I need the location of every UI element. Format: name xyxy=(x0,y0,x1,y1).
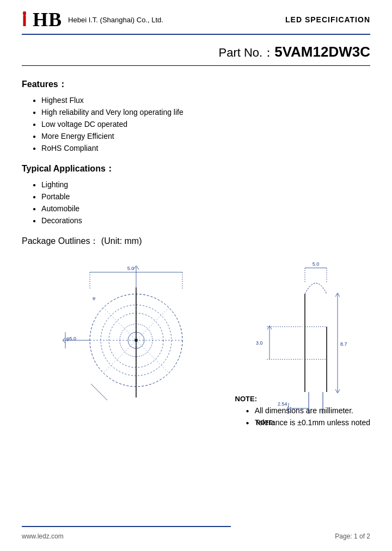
list-item: Lighting xyxy=(33,180,370,189)
applications-list: Lighting Portable Automobile Decorations xyxy=(22,180,370,225)
list-item: Tolerance is ±0.1mm unless noted xyxy=(246,418,370,427)
footer-content: www.ledz.com Page: 1 of 2 xyxy=(22,532,370,540)
list-item: Automobile xyxy=(33,204,370,213)
part-number-value: 5VAM12DW3C xyxy=(274,44,370,60)
svg-line-32 xyxy=(335,293,338,297)
list-item: All dimensions are millimeter. xyxy=(246,406,370,415)
diagram-area: φ5.0 φ 5.0 xyxy=(22,256,370,430)
svg-text:5.0: 5.0 xyxy=(127,266,134,271)
svg-line-13 xyxy=(136,266,139,270)
footer-line xyxy=(22,526,231,527)
list-item: Low voltage DC operated xyxy=(33,120,370,128)
part-number-label: Part No.： xyxy=(219,46,275,59)
svg-text:8.7: 8.7 xyxy=(340,341,347,347)
page: i H B Hebei I.T. (Shanghai) Co., Ltd. LE… xyxy=(0,0,392,551)
svg-text:5.0: 5.0 xyxy=(313,261,320,267)
page-number: Page: 1 of 2 xyxy=(335,532,370,540)
website: www.ledz.com xyxy=(22,532,64,540)
svg-line-20 xyxy=(91,384,107,400)
company-name: Hebei I.T. (Shanghai) Co., Ltd. xyxy=(68,16,163,24)
features-section: Features： Highest Flux High reliability … xyxy=(22,79,370,152)
package-section: Package Outlines： (Unit: mm) xyxy=(22,236,370,430)
list-item: Portable xyxy=(33,192,370,201)
list-item: Highest Flux xyxy=(33,96,370,105)
list-item: More Energy Efficient xyxy=(33,132,370,140)
svg-text:φ5.0: φ5.0 xyxy=(66,336,76,341)
svg-line-33 xyxy=(338,293,340,297)
part-number-section: Part No.：5VAM12DW3C xyxy=(22,35,370,66)
svg-text:φ: φ xyxy=(93,296,95,301)
svg-line-35 xyxy=(338,389,340,393)
features-list: Highest Flux High reliability and Very l… xyxy=(22,96,370,152)
note-title: NOTE: xyxy=(235,395,370,403)
package-title: Package Outlines： (Unit: mm) xyxy=(22,236,370,247)
svg-line-24 xyxy=(63,340,65,343)
footer: www.ledz.com Page: 1 of 2 xyxy=(22,526,370,540)
logo-h-wrap: i H xyxy=(22,10,48,29)
list-item: RoHS Compliant xyxy=(33,144,370,152)
applications-section: Typical Applications： Lighting Portable … xyxy=(22,163,370,225)
svg-line-34 xyxy=(335,389,338,393)
notes-section: NOTE: All dimensions are millimeter. Tol… xyxy=(235,395,370,430)
svg-line-23 xyxy=(63,338,65,340)
logo-b: B xyxy=(48,10,62,29)
list-item: Decorations xyxy=(33,216,370,225)
svg-line-50 xyxy=(270,326,272,329)
led-spec-label: LED SPECIFICATION xyxy=(285,15,370,24)
svg-line-49 xyxy=(267,326,270,329)
features-title: Features： xyxy=(22,79,370,90)
list-item: High reliability and Very long operating… xyxy=(33,108,370,117)
header: i H B Hebei I.T. (Shanghai) Co., Ltd. LE… xyxy=(22,0,370,35)
logo-area: i H B Hebei I.T. (Shanghai) Co., Ltd. xyxy=(22,10,163,29)
notes-list: All dimensions are millimeter. Tolerance… xyxy=(235,406,370,427)
svg-text:3.0: 3.0 xyxy=(256,340,263,346)
logo: i H B xyxy=(22,10,62,29)
applications-title: Typical Applications： xyxy=(22,163,370,175)
